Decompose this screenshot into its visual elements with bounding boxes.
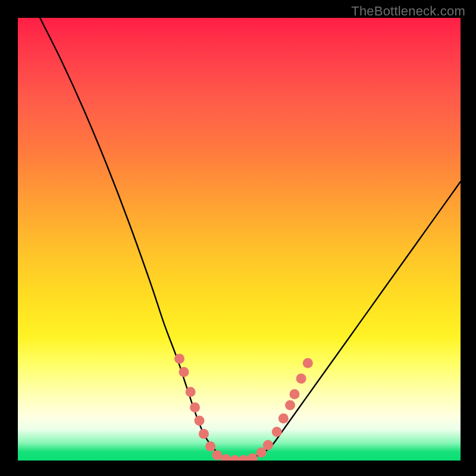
- curve-marker: [230, 455, 240, 461]
- curve-marker: [199, 429, 209, 439]
- curve-markers: [174, 353, 313, 461]
- curve-marker: [272, 427, 282, 437]
- curve-marker: [186, 387, 196, 397]
- plot-area: [18, 18, 461, 461]
- curve-marker: [195, 416, 205, 426]
- curve-marker: [303, 358, 313, 368]
- curve-marker: [179, 367, 189, 377]
- curve-marker: [278, 414, 289, 424]
- curve-marker: [296, 374, 306, 384]
- chart-frame: TheBottleneck.com: [0, 0, 476, 476]
- curve-svg: [18, 18, 461, 461]
- bottleneck-curve: [40, 18, 461, 461]
- curve-marker: [190, 402, 200, 412]
- curve-marker: [239, 455, 249, 461]
- watermark-text: TheBottleneck.com: [351, 4, 465, 19]
- curve-marker: [285, 400, 295, 411]
- curve-marker: [205, 441, 215, 452]
- curve-marker: [212, 450, 222, 461]
- curve-marker: [221, 454, 231, 461]
- curve-marker: [290, 389, 300, 399]
- curve-marker: [248, 453, 258, 461]
- curve-marker: [174, 353, 184, 364]
- curve-marker: [263, 440, 273, 450]
